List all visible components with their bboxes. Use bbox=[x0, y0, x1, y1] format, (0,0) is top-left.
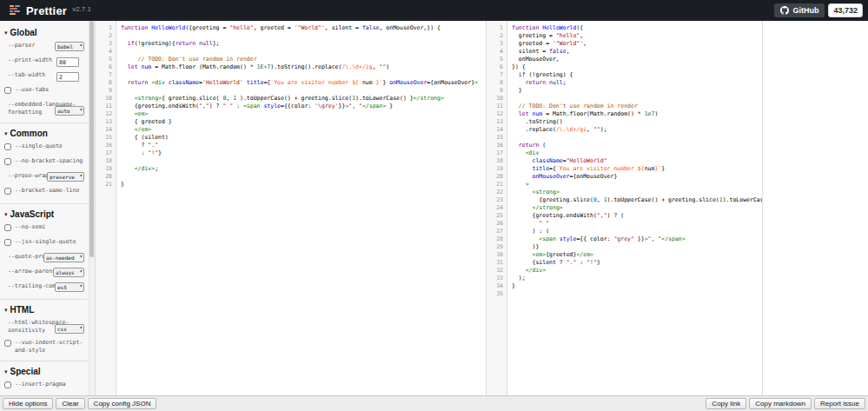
github-button[interactable]: GitHub bbox=[774, 3, 825, 17]
code-token: null bbox=[199, 40, 213, 47]
code-token: "!" bbox=[148, 149, 158, 156]
line-number: 20 bbox=[96, 173, 112, 181]
code-line: } bbox=[512, 87, 762, 95]
sidebar-scrollbar-thumb[interactable] bbox=[89, 21, 94, 257]
code-token: ${ bbox=[638, 165, 645, 172]
code-token: '"World"' bbox=[553, 40, 583, 47]
section-title: Special bbox=[10, 367, 41, 376]
code-line: if(!greeting){return null}; bbox=[121, 40, 486, 48]
code-token: /\.\d+/ig bbox=[341, 63, 372, 70]
checkbox-no-bracket-spacing[interactable] bbox=[4, 158, 11, 165]
code-line: </strong> bbox=[512, 204, 762, 212]
collapse-arrow-icon: ▾ bbox=[4, 368, 8, 375]
collapse-arrow-icon: ▾ bbox=[4, 130, 8, 136]
github-star-count[interactable]: 43,732 bbox=[828, 3, 863, 17]
copy-markdown-button[interactable]: Copy markdown bbox=[749, 398, 812, 409]
code-token: ` bbox=[658, 165, 661, 172]
code-token: <strong bbox=[532, 189, 555, 196]
line-number: 19 bbox=[96, 165, 112, 173]
code-line: className="HelloWorld" bbox=[512, 157, 762, 165]
section-header-special[interactable]: ▾Special bbox=[4, 366, 85, 376]
code-token: </span bbox=[661, 235, 681, 242]
code-token: "hello" bbox=[229, 24, 253, 31]
clear-button[interactable]: Clear bbox=[56, 398, 84, 409]
collapse-arrow-icon: ▾ bbox=[4, 307, 8, 313]
line-number: 4 bbox=[96, 48, 112, 56]
input-print-width[interactable] bbox=[56, 57, 79, 67]
line-number: 15 bbox=[487, 134, 503, 142]
code-token: // TODO: Don't use random in render bbox=[138, 56, 257, 63]
code-token: let bbox=[519, 110, 529, 117]
code-line: ) : ( bbox=[512, 228, 762, 235]
select-parser[interactable]: babel bbox=[55, 42, 84, 51]
select-html-whitespace-sensitivity[interactable]: css bbox=[55, 324, 84, 334]
line-number: 32 bbox=[487, 267, 503, 275]
line-number: 22 bbox=[487, 189, 503, 196]
code-line: > bbox=[512, 181, 762, 189]
code-line: function HelloWorld({ bbox=[512, 24, 762, 32]
select-trailing-comma[interactable]: es5 bbox=[55, 282, 84, 292]
code-token: 1 bbox=[233, 95, 236, 102]
code-line: {greeting.slice(0, 1).toUpperCase() + gr… bbox=[512, 196, 762, 204]
output-editor[interactable]: 1234567891011121314151617181920212223242… bbox=[487, 21, 763, 395]
code-token: ", " bbox=[348, 103, 362, 109]
report-issue-button[interactable]: Report issue bbox=[814, 398, 865, 409]
line-number: 2 bbox=[96, 32, 112, 40]
output-editor-code[interactable]: function HelloWorld({ greeting = "hello"… bbox=[507, 21, 762, 395]
line-number: 20 bbox=[487, 173, 503, 181]
line-number: 17 bbox=[487, 149, 503, 157]
option-label: --jsx-single-quote bbox=[15, 238, 85, 246]
line-number: 24 bbox=[487, 204, 503, 212]
line-number: 4 bbox=[487, 48, 503, 56]
section-header-html[interactable]: ▾HTML bbox=[4, 304, 85, 315]
code-token: HelloWorld bbox=[151, 24, 185, 31]
line-number: 7 bbox=[487, 71, 503, 79]
checkbox-no-semi[interactable] bbox=[4, 224, 11, 231]
checkbox-bracket-same-line[interactable] bbox=[4, 188, 11, 195]
input-editor-code[interactable]: function HelloWorld({greeting = "hello",… bbox=[116, 21, 486, 395]
select-embedded-language-formatting[interactable]: auto bbox=[55, 106, 84, 116]
input-tab-width[interactable] bbox=[56, 72, 79, 82]
options-sidebar: ▾Global--parserbabel--print-width--tab-w… bbox=[0, 21, 96, 395]
select-wrap: es5 bbox=[55, 276, 84, 293]
code-token: 0 bbox=[222, 95, 226, 102]
line-number: 12 bbox=[96, 110, 112, 118]
line-number: 3 bbox=[96, 40, 112, 48]
code-token: </span bbox=[362, 103, 382, 109]
hide-options-button[interactable]: Hide options bbox=[3, 398, 53, 409]
line-number: 28 bbox=[487, 235, 503, 243]
line-number: 1 bbox=[487, 24, 503, 32]
checkbox-single-quote[interactable] bbox=[4, 143, 11, 150]
app-title: Prettier bbox=[26, 4, 67, 17]
code-token: num bbox=[142, 63, 152, 70]
option-prose-wrap: --prose-wrappreserve bbox=[4, 172, 85, 182]
code-token: `You are visitor number bbox=[270, 79, 352, 86]
code-token: "!" bbox=[586, 259, 597, 266]
code-token: > bbox=[526, 181, 529, 188]
option-label: --no-semi bbox=[15, 223, 85, 231]
line-number: 18 bbox=[487, 157, 503, 165]
code-line: : "!"} bbox=[121, 149, 486, 157]
option-single-quote: --single-quote bbox=[4, 143, 85, 153]
sidebar-scrollbar[interactable] bbox=[89, 21, 95, 395]
line-number: 10 bbox=[487, 95, 503, 103]
copy-config-json-button[interactable]: Copy config JSON bbox=[88, 398, 157, 409]
select-prose-wrap[interactable]: preserve bbox=[47, 172, 84, 182]
code-line bbox=[512, 95, 762, 103]
copy-link-button[interactable]: Copy link bbox=[706, 398, 746, 409]
line-number: 11 bbox=[487, 103, 503, 110]
line-number: 15 bbox=[96, 134, 112, 142]
code-line: { (silent) bbox=[121, 134, 486, 142]
checkbox-insert-pragma[interactable] bbox=[4, 381, 11, 388]
section-header-javascript[interactable]: ▾JavaScript bbox=[4, 209, 85, 219]
code-line: function HelloWorld({greeting = "hello",… bbox=[121, 24, 486, 32]
line-number: 34 bbox=[487, 282, 503, 290]
section-header-common[interactable]: ▾Common bbox=[4, 128, 85, 138]
code-line: onMouseOver, bbox=[512, 56, 762, 63]
input-editor[interactable]: 123456789101112131415161718192021 functi… bbox=[96, 21, 487, 395]
checkbox-jsx-single-quote[interactable] bbox=[4, 239, 11, 246]
code-token: "grey" bbox=[613, 235, 633, 242]
checkbox-vue-indent-script-and-style[interactable] bbox=[4, 340, 11, 347]
code-token: </div bbox=[135, 165, 152, 172]
checkbox-use-tabs[interactable] bbox=[4, 87, 11, 94]
